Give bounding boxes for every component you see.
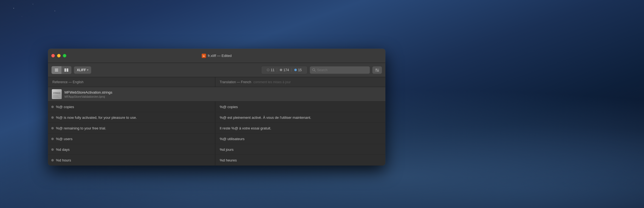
file-header-row: STRINGS MFWebStoreActivation.strings MFA… <box>48 87 385 102</box>
translation-text: %@ utilisateurs <box>220 137 245 141</box>
translated-stat: 174 <box>278 68 292 72</box>
svg-rect-38 <box>53 95 61 95</box>
reference-cell: %@ remaining to your free trial. <box>48 123 215 133</box>
translation-rows-container: %@ copies %@ copies %@ is now fully acti… <box>48 102 385 166</box>
svg-rect-39 <box>53 96 58 96</box>
svg-rect-36 <box>52 89 62 99</box>
reference-cell: %@ users <box>48 134 215 144</box>
translation-text: Il reste %@ à votre essai gratuit. <box>220 126 271 130</box>
svg-line-28 <box>315 71 316 72</box>
traffic-lights <box>51 54 66 57</box>
table-row[interactable]: %@ users %@ utilisateurs <box>48 134 385 144</box>
maximize-button[interactable] <box>63 54 66 57</box>
translation-text: %@ est pleinement activé. À vous de l'ut… <box>220 115 311 120</box>
svg-rect-23 <box>55 70 58 70</box>
svg-rect-25 <box>64 68 66 72</box>
svg-point-29 <box>376 69 377 70</box>
column-headers: Reference — English Translation — French… <box>48 77 385 87</box>
view-toggle-group <box>51 66 72 74</box>
svg-text:XL: XL <box>203 55 205 57</box>
error-stat: 15 <box>292 68 304 72</box>
svg-rect-24 <box>55 71 58 71</box>
dual-column-view-button[interactable] <box>61 66 71 74</box>
translation-cell: %d heures <box>215 155 385 165</box>
svg-rect-40 <box>53 97 60 97</box>
reference-cell: %@ copies <box>48 102 215 112</box>
table-row[interactable]: %@ remaining to your free trial. Il rest… <box>48 123 385 134</box>
row-status-dot-icon <box>51 106 54 108</box>
needs-review-dot-icon <box>267 69 269 71</box>
translation-cell: %@ copies <box>215 102 385 112</box>
close-button[interactable] <box>51 54 55 57</box>
ghost-text: comment les mises à jour <box>253 80 291 84</box>
row-status-dot-icon <box>51 116 54 119</box>
reference-cell: %d hours <box>48 155 215 165</box>
svg-rect-22 <box>55 69 58 69</box>
row-status-dot-icon <box>51 138 54 140</box>
search-options-button[interactable] <box>372 66 382 74</box>
translation-text: %d jours <box>220 148 234 152</box>
error-dot-icon <box>294 69 297 71</box>
translation-text: %d heures <box>220 158 237 162</box>
reference-text: %@ copies <box>56 105 74 109</box>
table-row[interactable]: %d hours %d heures <box>48 155 385 166</box>
minimize-button[interactable] <box>57 54 61 57</box>
svg-rect-26 <box>67 68 68 72</box>
file-type-icon: XL <box>202 54 206 58</box>
stats-group: 11 174 15 <box>261 66 307 74</box>
reference-text: %@ is now fully activated, for your plea… <box>56 115 137 120</box>
table-row[interactable]: %@ copies %@ copies <box>48 102 385 112</box>
search-box[interactable] <box>310 66 370 74</box>
file-name: MFWebStoreActivation.strings <box>64 90 112 94</box>
window-title: XL fr.xliff — Edited <box>202 54 231 58</box>
reference-text: %d hours <box>56 158 71 162</box>
svg-point-30 <box>378 70 379 71</box>
toolbar: XLIFF ▾ 11 174 15 <box>48 63 385 77</box>
translation-cell: %@ est pleinement activé. À vous de l'ut… <box>215 112 385 123</box>
file-info: MFWebStoreActivation.strings MFAppStoreV… <box>64 90 112 98</box>
search-icon <box>312 68 316 72</box>
reference-text: %d days <box>56 148 70 152</box>
title-bar: XL fr.xliff — Edited <box>48 49 385 63</box>
format-dropdown-button[interactable]: XLIFF ▾ <box>74 66 91 74</box>
table-row[interactable]: %d days %d jours <box>48 144 385 155</box>
reference-text: %@ users <box>56 137 72 141</box>
translated-dot-icon <box>280 69 282 71</box>
chevron-down-icon: ▾ <box>87 68 88 71</box>
row-status-dot-icon <box>51 159 54 161</box>
translation-text: %@ copies <box>220 105 238 109</box>
row-status-dot-icon <box>51 127 54 129</box>
table-row[interactable]: %@ is now fully activated, for your plea… <box>48 112 385 123</box>
file-path: MFAppStoreValidation/en.lproj <box>64 95 112 98</box>
reference-cell: %@ is now fully activated, for your plea… <box>48 112 215 123</box>
single-column-view-button[interactable] <box>52 66 61 74</box>
reference-cell: %d days <box>48 144 215 155</box>
reference-column-header: Reference — English <box>48 77 215 87</box>
translation-cell: %d jours <box>215 144 385 155</box>
translation-cell: Il reste %@ à votre essai gratuit. <box>215 123 385 133</box>
reference-text: %@ remaining to your free trial. <box>56 126 106 130</box>
needs-review-stat: 11 <box>265 68 277 72</box>
row-status-dot-icon <box>51 148 54 151</box>
file-icon: STRINGS <box>52 89 62 99</box>
app-window: XL fr.xliff — Edited X <box>48 49 385 166</box>
search-options-icon <box>375 68 379 72</box>
translation-column-header: Translation — French comment les mises à… <box>215 77 385 87</box>
search-input[interactable] <box>317 68 368 72</box>
svg-text:STRINGS: STRINGS <box>53 92 61 94</box>
translation-cell: %@ utilisateurs <box>215 134 385 144</box>
